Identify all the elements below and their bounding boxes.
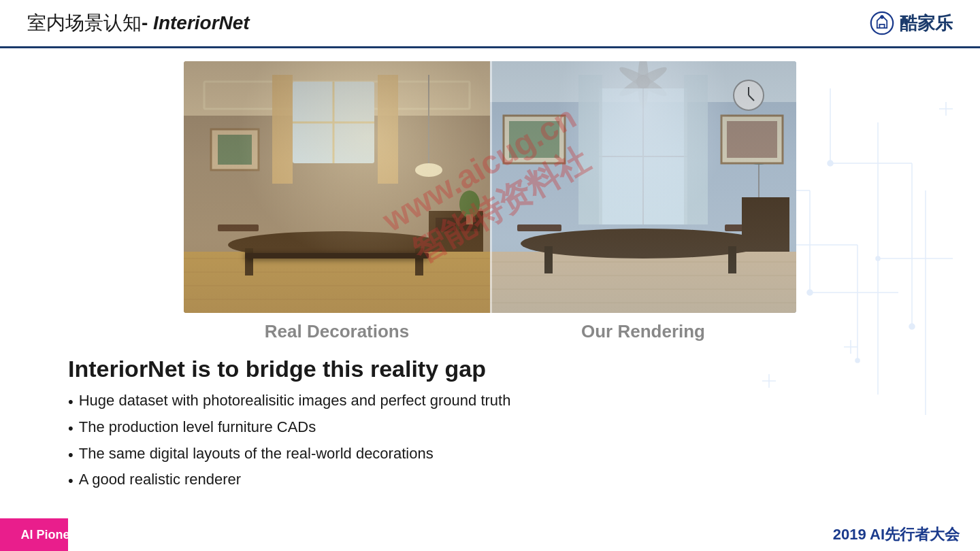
svg-rect-30 <box>204 82 470 109</box>
svg-point-41 <box>228 231 446 258</box>
title-separator: - <box>142 12 153 33</box>
svg-point-60 <box>617 63 669 100</box>
svg-rect-74 <box>517 224 561 231</box>
bullet-dot-4: • <box>68 471 74 492</box>
svg-point-58 <box>617 63 669 100</box>
page-title: 室内场景认知- InteriorNet <box>27 10 250 36</box>
logo-area: 酷家乐 <box>870 11 953 35</box>
svg-rect-73 <box>728 246 736 273</box>
svg-rect-75 <box>725 224 769 231</box>
bullet-dot-3: • <box>68 445 74 466</box>
image-labels: Real Decorations Our Rendering <box>184 321 796 342</box>
svg-rect-34 <box>272 75 293 184</box>
svg-rect-55 <box>490 61 796 313</box>
bullet-text-1: Huge dataset with photorealisitic images… <box>79 392 511 410</box>
svg-rect-56 <box>490 61 796 102</box>
svg-rect-82 <box>504 116 565 163</box>
svg-rect-54 <box>466 214 473 224</box>
bullet-list: • Huge dataset with photorealisitic imag… <box>68 392 932 492</box>
svg-rect-35 <box>378 75 398 184</box>
svg-point-78 <box>744 148 774 165</box>
title-chinese: 室内场景认知 <box>27 12 142 33</box>
bottom-bar: AI Pioneer 2019 AI先行者大会 <box>0 518 980 551</box>
svg-rect-44 <box>218 224 259 231</box>
bottom-right-text: 2019 AI先行者大会 <box>833 526 960 543</box>
bullet-text-4: A good realistic renderer <box>79 471 241 488</box>
svg-rect-28 <box>184 61 490 313</box>
svg-rect-48 <box>211 129 259 170</box>
bullet-item-1: • Huge dataset with photorealisitic imag… <box>68 392 932 413</box>
svg-point-71 <box>521 229 766 258</box>
header-border <box>0 46 980 48</box>
svg-point-79 <box>734 80 764 110</box>
main-content: www.aicug.cn智能特资料社 Real Decorations Our … <box>0 51 980 548</box>
svg-rect-42 <box>245 248 253 276</box>
text-section: InteriorNet is to bridge this reality ga… <box>48 356 932 497</box>
bullet-text-2: The production level furniture CADs <box>79 418 316 436</box>
our-rendering-image <box>490 61 796 313</box>
images-section: www.aicug.cn智能特资料社 <box>177 61 803 313</box>
logo-icon <box>870 11 894 35</box>
logo-text: 酷家乐 <box>900 12 953 35</box>
svg-rect-65 <box>684 75 708 224</box>
svg-rect-29 <box>184 61 490 116</box>
bullet-dot-1: • <box>68 392 74 413</box>
svg-rect-51 <box>436 218 456 231</box>
svg-rect-66 <box>490 252 796 313</box>
bottom-left-label: AI Pioneer <box>0 528 88 542</box>
svg-point-59 <box>638 61 649 109</box>
svg-point-1 <box>880 15 883 18</box>
real-decorations-image <box>184 61 490 313</box>
svg-rect-83 <box>509 121 559 158</box>
svg-rect-76 <box>742 197 789 252</box>
main-heading: InteriorNet is to bridge this reality ga… <box>68 356 932 382</box>
bullet-dot-2: • <box>68 418 74 439</box>
room-images-container: www.aicug.cn智能特资料社 <box>184 61 796 313</box>
left-image-label: Real Decorations <box>184 321 490 342</box>
svg-rect-36 <box>184 252 490 313</box>
svg-rect-72 <box>544 246 553 273</box>
image-divider <box>490 61 492 313</box>
svg-rect-43 <box>415 248 423 276</box>
bottom-right-label: 2019 AI先行者大会 <box>833 524 980 545</box>
svg-rect-64 <box>578 75 602 224</box>
svg-point-57 <box>636 75 650 88</box>
bullet-text-3: The same digital layouts of the real-wor… <box>79 445 434 463</box>
bullet-item-4: • A good realistic renderer <box>68 471 932 492</box>
svg-point-47 <box>415 163 442 177</box>
svg-point-53 <box>459 190 480 218</box>
svg-rect-50 <box>429 211 483 252</box>
bullet-item-2: • The production level furniture CADs <box>68 418 932 439</box>
svg-rect-61 <box>599 88 687 224</box>
svg-rect-84 <box>721 116 783 163</box>
title-english: InteriorNet <box>153 12 250 33</box>
right-image-label: Our Rendering <box>490 321 796 342</box>
bullet-item-3: • The same digital layouts of the real-w… <box>68 445 932 466</box>
svg-rect-45 <box>429 224 470 231</box>
svg-rect-52 <box>459 218 480 231</box>
svg-rect-85 <box>727 121 777 158</box>
header: 室内场景认知- InteriorNet 酷家乐 <box>0 0 980 46</box>
svg-line-81 <box>749 95 754 101</box>
svg-rect-49 <box>218 135 252 165</box>
svg-rect-31 <box>293 82 374 163</box>
